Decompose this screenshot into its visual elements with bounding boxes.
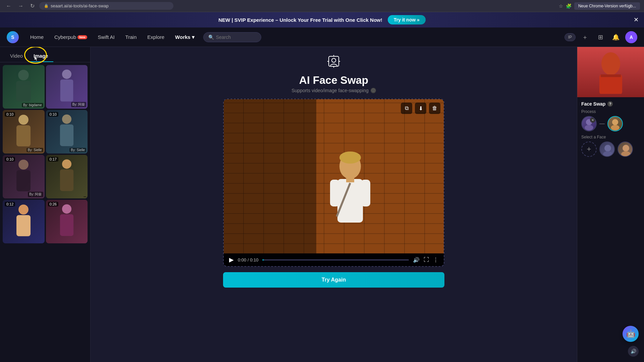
refresh-button[interactable]: ↻ (28, 2, 37, 10)
svg-point-29 (601, 52, 620, 75)
banner-text: NEW | SVIP Experience – Unlock Your Free… (218, 17, 382, 23)
ip-badge[interactable]: IP (565, 33, 576, 41)
banner-cta-button[interactable]: Try it now » (388, 15, 426, 24)
svg-rect-13 (16, 215, 31, 236)
lock-icon: 🔒 (44, 4, 49, 8)
tool-icon-area (326, 54, 341, 72)
svg-point-35 (611, 125, 620, 130)
nav-item-home[interactable]: Home (25, 32, 48, 43)
nav-label-explore: Explore (147, 34, 164, 40)
close-badge[interactable]: ✕ (590, 117, 595, 123)
svg-point-17 (332, 58, 336, 62)
bell-icon[interactable]: 🔔 (610, 31, 622, 43)
svg-rect-27 (346, 176, 354, 182)
svg-point-0 (18, 70, 29, 80)
svg-point-4 (18, 115, 29, 125)
thumb-author: By: 阿柴 (71, 102, 86, 107)
search-bar[interactable]: 🔍 (203, 32, 261, 42)
svg-point-39 (621, 151, 631, 157)
list-item[interactable]: By: 阿柴 (46, 65, 88, 109)
face-swap-row: ✕ — (581, 116, 640, 131)
list-item[interactable]: 0:10 By: Sielle (3, 110, 45, 154)
extensions-button[interactable]: 🧩 (566, 3, 572, 9)
nav-item-swiftai[interactable]: Swift AI (93, 32, 119, 43)
main-content: AI Face Swap Supports video/image face-s… (91, 47, 577, 362)
person-silhouette-icon (55, 157, 78, 197)
nav-label-home: Home (30, 34, 44, 40)
try-again-button[interactable]: Try Again (223, 272, 444, 288)
url-bar[interactable]: 🔒 seaart.ai/ai-tools/ai-face-swap (39, 2, 173, 10)
video-person-icon (323, 149, 377, 243)
svg-point-23 (339, 152, 361, 164)
svg-point-6 (62, 114, 71, 124)
svg-rect-26 (361, 180, 370, 206)
person-silhouette-icon (55, 201, 78, 242)
person-silhouette-icon (55, 67, 78, 107)
tab-image[interactable]: Image (28, 50, 53, 62)
nav-label-works: Works (175, 34, 191, 40)
cyberpub-badge: New (77, 35, 87, 39)
person-silhouette-icon (12, 157, 35, 197)
floating-bot[interactable]: 🤖 (623, 326, 639, 342)
grid-button[interactable]: ⊞ (594, 31, 606, 43)
thumb-author (84, 196, 86, 197)
nav-label-cyberpub: Cyberpub (54, 34, 76, 40)
svg-rect-1 (16, 81, 31, 102)
volume-button[interactable]: 🔊 (413, 257, 420, 263)
nav-label-swiftai: Swift AI (98, 34, 115, 40)
copy-button[interactable]: ⧉ (401, 103, 412, 114)
svg-point-8 (18, 160, 29, 170)
list-item[interactable]: 0:26 (46, 200, 88, 243)
thumb-author: By: 阿柴 (28, 192, 43, 197)
play-button[interactable]: ▶ (229, 256, 234, 263)
svg-rect-5 (16, 125, 31, 146)
nav-item-explore[interactable]: Explore (143, 32, 169, 43)
user-avatar[interactable]: A (625, 31, 637, 43)
arrow-icon: — (599, 121, 605, 127)
list-item[interactable]: By: bigdame (3, 65, 45, 109)
person-silhouette-icon (12, 201, 35, 242)
nav-item-works[interactable]: Works ▾ (170, 32, 199, 43)
search-icon: 🔍 (208, 35, 214, 40)
svg-point-10 (62, 159, 71, 169)
more-options-button[interactable]: ⋮ (433, 257, 438, 263)
star-button[interactable]: ☆ (559, 3, 563, 9)
webcam-preview (577, 47, 644, 97)
add-face-button[interactable]: + (581, 141, 597, 157)
chevron-down-icon: ▾ (192, 34, 195, 40)
banner-close-button[interactable]: ✕ (634, 16, 639, 23)
source-face[interactable]: ✕ (581, 116, 597, 131)
tab-video[interactable]: Video (5, 50, 28, 62)
person-silhouette-icon (55, 112, 78, 152)
svg-point-33 (585, 125, 593, 130)
nav-item-train[interactable]: Train (121, 32, 142, 43)
add-button[interactable]: ＋ (579, 31, 591, 43)
svg-point-2 (62, 69, 71, 79)
person-silhouette-icon (12, 112, 35, 152)
nav-item-cyberpub[interactable]: Cyberpub New (50, 32, 92, 43)
face-option-2[interactable] (618, 141, 633, 157)
svg-rect-16 (329, 56, 339, 66)
delete-button[interactable]: 🗑 (429, 103, 440, 114)
list-item[interactable]: 0:10 By: 阿柴 (3, 155, 45, 198)
download-button[interactable]: ⬇ (415, 103, 426, 114)
target-face[interactable] (607, 116, 623, 131)
face-option-1[interactable] (599, 141, 615, 157)
list-item[interactable]: 0:10 By: Sielle (46, 110, 88, 154)
back-button[interactable]: ← (4, 2, 13, 10)
select-face-row: + (581, 141, 640, 157)
list-item[interactable]: 0:17 (46, 155, 88, 198)
thumb-author: By: Sielle (26, 148, 43, 152)
video-player (224, 99, 444, 253)
floating-audio[interactable]: 🔊 (628, 346, 639, 357)
select-face-title: Select a Face (581, 135, 640, 139)
list-item[interactable]: 0:12 (3, 200, 45, 243)
fullscreen-button[interactable]: ⛶ (424, 257, 429, 263)
svg-rect-15 (60, 214, 73, 236)
logo[interactable]: S (7, 31, 19, 43)
svg-rect-7 (60, 124, 73, 146)
svg-rect-30 (599, 74, 622, 94)
forward-button[interactable]: → (16, 2, 25, 10)
svg-rect-25 (330, 180, 339, 206)
search-input[interactable] (216, 35, 256, 40)
